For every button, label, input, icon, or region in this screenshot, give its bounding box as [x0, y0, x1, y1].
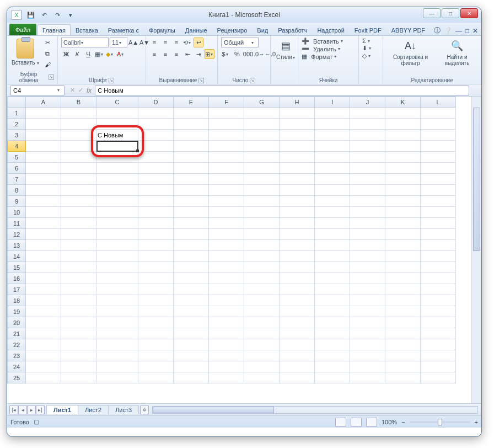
cell[interactable]: [61, 262, 96, 273]
cells-format-button[interactable]: ▦ Формат▾: [302, 53, 339, 60]
tab-надстрой[interactable]: Надстрой: [312, 24, 349, 35]
alignment-dialog-launcher[interactable]: ↘: [198, 78, 204, 83]
cell[interactable]: [26, 229, 61, 240]
cell[interactable]: [350, 339, 385, 350]
cell[interactable]: [209, 196, 244, 207]
cell[interactable]: [26, 328, 61, 339]
row-header[interactable]: 4: [7, 141, 26, 152]
row-header[interactable]: 19: [7, 306, 26, 317]
cell[interactable]: [350, 196, 385, 207]
cell[interactable]: [421, 339, 456, 350]
view-pagebreak-button[interactable]: [366, 418, 377, 426]
cell[interactable]: [280, 108, 315, 119]
cell[interactable]: [385, 339, 421, 350]
cell[interactable]: [61, 141, 96, 152]
cell[interactable]: [315, 152, 350, 163]
cell[interactable]: [421, 350, 456, 361]
cell[interactable]: [138, 163, 174, 174]
cell[interactable]: [61, 295, 96, 306]
row-header[interactable]: 3: [7, 130, 26, 141]
cell[interactable]: [26, 196, 61, 207]
cell[interactable]: [209, 361, 244, 372]
cell[interactable]: [96, 174, 138, 185]
horizontal-scroll-thumb[interactable]: [153, 407, 274, 413]
cell[interactable]: [421, 163, 456, 174]
cut-button[interactable]: ✂: [42, 38, 52, 47]
cell[interactable]: [350, 207, 385, 218]
worksheet[interactable]: ABCDEFGHIJKL 123456789101112131415161718…: [7, 97, 481, 403]
cell[interactable]: [96, 108, 138, 119]
qat-save[interactable]: 💾: [26, 10, 36, 20]
cell[interactable]: [421, 218, 456, 229]
cell[interactable]: [385, 141, 421, 152]
tab-file[interactable]: Файл: [9, 24, 36, 35]
cell[interactable]: [385, 185, 421, 196]
cell[interactable]: [209, 317, 244, 328]
cell[interactable]: [350, 372, 385, 383]
cell[interactable]: [138, 317, 174, 328]
cell[interactable]: [244, 152, 280, 163]
row-header[interactable]: 13: [7, 240, 26, 251]
qat-undo[interactable]: ↶: [39, 10, 49, 20]
cell[interactable]: [315, 141, 350, 152]
cell[interactable]: [209, 141, 244, 152]
cell[interactable]: [421, 174, 456, 185]
cell[interactable]: [138, 207, 174, 218]
cell[interactable]: [350, 174, 385, 185]
zoom-slider[interactable]: [410, 421, 470, 423]
cell[interactable]: [421, 229, 456, 240]
cell[interactable]: [350, 306, 385, 317]
tab-разработч[interactable]: Разработч: [273, 24, 312, 35]
sort-filter-button[interactable]: A↓ Сортировка и фильтр: [386, 38, 434, 67]
cell[interactable]: [244, 174, 280, 185]
cell[interactable]: [315, 119, 350, 130]
cell[interactable]: [280, 152, 315, 163]
formula-bar[interactable]: С Новым: [95, 86, 469, 95]
column-header[interactable]: D: [138, 97, 174, 108]
tab-рецензиро[interactable]: Рецензиро: [212, 24, 253, 35]
zoom-out-button[interactable]: −: [401, 419, 405, 425]
cell[interactable]: [421, 108, 456, 119]
cell[interactable]: [209, 251, 244, 262]
cell[interactable]: [385, 251, 421, 262]
cell[interactable]: [350, 361, 385, 372]
view-normal-button[interactable]: [335, 418, 346, 426]
row-header[interactable]: 7: [7, 174, 26, 185]
cell[interactable]: [96, 262, 138, 273]
vertical-scrollbar[interactable]: [471, 97, 481, 403]
cell[interactable]: [138, 119, 174, 130]
font-color-button[interactable]: A▾: [116, 49, 126, 59]
cell[interactable]: [61, 273, 96, 284]
column-header[interactable]: I: [315, 97, 350, 108]
cell[interactable]: [26, 174, 61, 185]
align-middle-button[interactable]: ≡: [160, 38, 170, 47]
tab-главная[interactable]: Главная: [37, 24, 71, 35]
cell[interactable]: [61, 306, 96, 317]
help-info-icon[interactable]: ⓘ: [434, 26, 441, 35]
cell[interactable]: [174, 328, 209, 339]
row-header[interactable]: 8: [7, 185, 26, 196]
cell[interactable]: [96, 251, 138, 262]
cell[interactable]: [315, 130, 350, 141]
cell[interactable]: [315, 251, 350, 262]
active-cell[interactable]: [96, 141, 138, 152]
cell[interactable]: [209, 152, 244, 163]
cell[interactable]: [315, 306, 350, 317]
cell[interactable]: [209, 328, 244, 339]
cell[interactable]: [26, 350, 61, 361]
cell[interactable]: [280, 229, 315, 240]
cell[interactable]: [385, 284, 421, 295]
cell[interactable]: [174, 163, 209, 174]
cell[interactable]: [138, 130, 174, 141]
italic-button[interactable]: К: [72, 49, 82, 59]
select-all-corner[interactable]: [7, 97, 26, 108]
cell[interactable]: [209, 273, 244, 284]
increase-decimal-button[interactable]: .0→: [254, 49, 264, 59]
cell[interactable]: [26, 108, 61, 119]
cell[interactable]: [280, 174, 315, 185]
cell[interactable]: [280, 163, 315, 174]
cell[interactable]: [350, 295, 385, 306]
cell[interactable]: [209, 163, 244, 174]
cell[interactable]: [174, 251, 209, 262]
cell[interactable]: [209, 284, 244, 295]
